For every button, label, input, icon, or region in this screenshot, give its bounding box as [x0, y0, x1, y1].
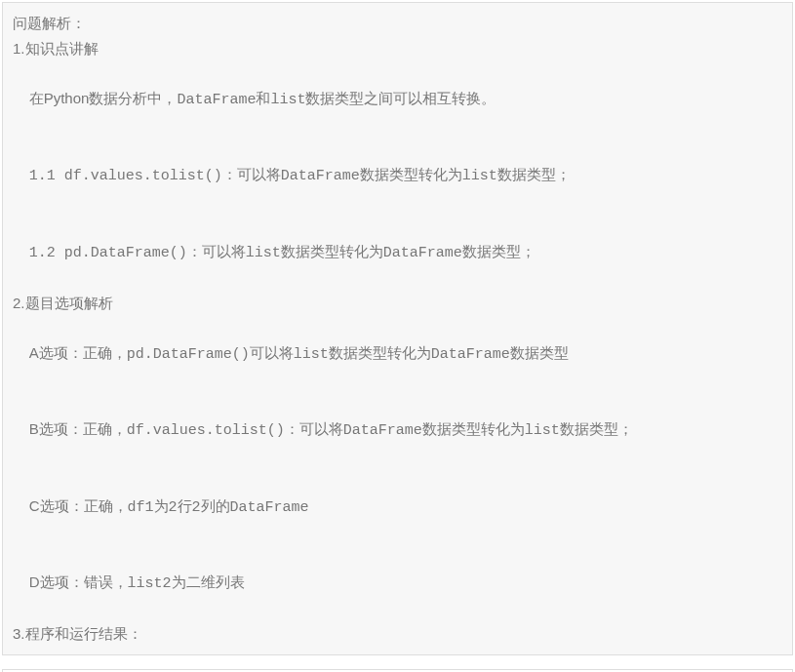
options-header: 2.题目选项解析 [13, 291, 782, 316]
option-d: D选项：错误，list2为二维列表 [13, 545, 782, 622]
kp-1-1: 1.1 df.values.tolist()：可以将DataFrame数据类型转… [13, 138, 782, 215]
kp-header: 1.知识点讲解 [13, 36, 782, 61]
analysis-title: 问题解析： [13, 11, 782, 36]
option-a: A选项：正确，pd.DataFrame()可以将list数据类型转化为DataF… [13, 315, 782, 392]
result-header: 3.程序和运行结果： [13, 621, 782, 647]
analysis-box: 问题解析： 1.知识点讲解 在Python数据分析中，DataFrame和lis… [2, 2, 793, 655]
code-box: import pandas as pd list1 = [[1,2],[3,4]… [2, 669, 793, 673]
kp-1-2: 1.2 pd.DataFrame()：可以将list数据类型转化为DataFra… [13, 214, 782, 291]
option-c: C选项：正确，df1为2行2列的DataFrame [13, 468, 782, 545]
kp-line-intro: 在Python数据分析中，DataFrame和list数据类型之间可以相互转换。 [13, 60, 782, 138]
option-b: B选项：正确，df.values.tolist()：可以将DataFrame数据… [13, 392, 782, 469]
